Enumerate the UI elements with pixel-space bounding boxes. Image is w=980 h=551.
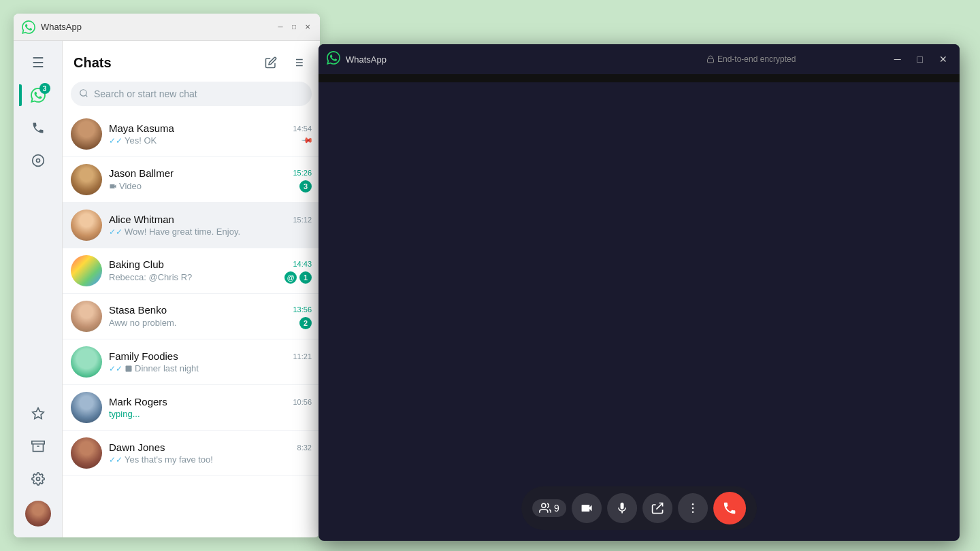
call-whatsapp-logo	[327, 51, 340, 67]
title-bar: WhatsApp ─ □ ✕	[14, 14, 320, 41]
svg-point-17	[542, 503, 546, 507]
chat-preview: ✓✓ Yes! OK	[109, 135, 157, 146]
user-avatar[interactable]	[25, 501, 51, 527]
chats-panel: Chats	[63, 41, 320, 537]
e2e-indicator: End-to-end encrypted	[618, 54, 885, 64]
chat-name: Dawn Jones	[109, 441, 165, 453]
svg-point-20	[692, 512, 694, 514]
sidebar-item-settings[interactable]	[24, 465, 52, 492]
mention-badge: @	[284, 271, 297, 284]
filter-button[interactable]	[287, 52, 309, 73]
call-maximize-button[interactable]: □	[913, 52, 927, 66]
chat-item-baking[interactable]: Baking Club 14:43 Rebecca: @Chris R? @ 1	[63, 248, 320, 294]
share-screen-button[interactable]	[642, 493, 672, 523]
mute-button[interactable]	[607, 493, 637, 523]
window-controls: ─ □ ✕	[276, 23, 312, 31]
chat-preview: Aww no problem.	[109, 318, 176, 328]
chat-item-maya[interactable]: Maya Kasuma 14:54 ✓✓ Yes! OK 📌	[63, 112, 320, 157]
chat-info: Family Foodies 11:21 ✓✓ Dinner last nigh…	[109, 350, 312, 373]
whatsapp-logo	[22, 20, 35, 34]
participants-number: 9	[554, 503, 559, 514]
chat-name: Family Foodies	[109, 350, 178, 362]
call-app-title: WhatsApp	[346, 54, 612, 65]
chat-time: 8:32	[297, 444, 312, 452]
sidebar-menu-button[interactable]: ☰	[24, 49, 52, 76]
sidebar-item-starred[interactable]	[24, 400, 52, 427]
chat-time: 15:12	[293, 216, 312, 224]
call-window: WhatsApp End-to-end encrypted ─ □ ✕	[318, 44, 960, 541]
nav-sidebar: ☰ 3	[14, 41, 63, 537]
app-title: WhatsApp	[41, 22, 271, 32]
header-icons	[260, 52, 309, 73]
chat-name: Alice Whitman	[109, 214, 174, 225]
chat-name: Jason Ballmer	[109, 167, 174, 179]
chat-name: Baking Club	[109, 258, 164, 270]
chat-info: Maya Kasuma 14:54 ✓✓ Yes! OK 📌	[109, 122, 312, 146]
sidebar-item-archive[interactable]	[24, 433, 52, 460]
chat-preview: typing...	[109, 409, 140, 419]
chat-preview: Rebecca: @Chris R?	[109, 272, 192, 282]
pin-icon: 📌	[300, 134, 313, 147]
chat-time: 11:21	[293, 352, 312, 361]
search-icon	[79, 88, 88, 100]
chat-item-mark[interactable]: Mark Rogers 10:56 typing...	[63, 385, 320, 431]
chat-item-family[interactable]: Family Foodies 11:21 ✓✓ Dinner last nigh…	[63, 339, 320, 385]
svg-point-12	[80, 89, 86, 95]
chat-info: Jason Ballmer 15:26 Video 3	[109, 167, 312, 193]
read-check-icon: ✓✓	[109, 227, 122, 237]
unread-badge: 2	[299, 317, 312, 329]
chat-list: Maya Kasuma 14:54 ✓✓ Yes! OK 📌	[63, 112, 320, 537]
search-input[interactable]	[94, 88, 304, 99]
call-minimize-button[interactable]: ─	[890, 52, 905, 66]
chat-item-jason[interactable]: Jason Ballmer 15:26 Video 3	[63, 157, 320, 203]
call-controls: 9	[521, 486, 757, 530]
chat-item-dawn[interactable]: Dawn Jones 8:32 ✓✓ Yes that's my fave to…	[63, 431, 320, 476]
call-close-button[interactable]: ✕	[935, 52, 951, 66]
unread-badge: 1	[299, 271, 312, 284]
chats-title: Chats	[74, 55, 112, 71]
search-box	[71, 82, 312, 106]
svg-point-18	[692, 503, 694, 505]
svg-point-15	[127, 367, 129, 368]
chat-time: 15:26	[293, 169, 312, 177]
svg-line-13	[86, 95, 88, 97]
search-container	[63, 79, 320, 112]
end-call-button[interactable]	[713, 492, 746, 524]
chat-name: Mark Rogers	[109, 396, 167, 407]
app-body: ☰ 3	[14, 41, 320, 537]
chat-item-alice[interactable]: Alice Whitman 15:12 ✓✓ Wow! Have great t…	[63, 203, 320, 248]
video-grid-container: 9	[318, 74, 960, 541]
chats-header: Chats	[63, 41, 320, 79]
svg-rect-16	[708, 59, 714, 63]
call-window-controls: ─ □ ✕	[890, 52, 951, 66]
avatar-mark	[71, 392, 102, 423]
avatar-baking	[71, 255, 102, 286]
chat-preview: Video	[109, 181, 142, 191]
maximize-button[interactable]: □	[290, 23, 298, 31]
chat-info: Stasa Benko 13:56 Aww no problem. 2	[109, 304, 312, 329]
more-options-button[interactable]	[678, 493, 708, 523]
chat-name: Maya Kasuma	[109, 122, 174, 134]
video-toggle-button[interactable]	[572, 493, 602, 523]
sidebar-item-chats[interactable]: 3	[24, 82, 52, 109]
video-grid	[318, 74, 960, 82]
chat-time: 14:43	[293, 260, 312, 268]
chat-item-stasa[interactable]: Stasa Benko 13:56 Aww no problem. 2	[63, 294, 320, 339]
sidebar-item-status[interactable]	[24, 147, 52, 174]
chat-preview: ✓✓ Wow! Have great time. Enjoy.	[109, 227, 240, 237]
close-button[interactable]: ✕	[304, 23, 312, 31]
read-check-icon: ✓✓	[109, 455, 122, 465]
sidebar-item-calls[interactable]	[24, 114, 52, 141]
participants-count[interactable]: 9	[532, 499, 566, 517]
svg-point-1	[36, 159, 39, 163]
svg-point-19	[692, 507, 694, 510]
chat-info: Dawn Jones 8:32 ✓✓ Yes that's my fave to…	[109, 441, 312, 465]
read-check-icon: ✓✓	[109, 364, 122, 373]
call-title-bar: WhatsApp End-to-end encrypted ─ □ ✕	[318, 44, 960, 74]
minimize-button[interactable]: ─	[276, 23, 284, 31]
avatar-alice	[71, 210, 102, 241]
chat-name: Stasa Benko	[109, 304, 167, 316]
chat-preview: ✓✓ Yes that's my fave too!	[109, 454, 213, 465]
new-chat-button[interactable]	[260, 52, 282, 73]
avatar-jason	[71, 164, 102, 195]
